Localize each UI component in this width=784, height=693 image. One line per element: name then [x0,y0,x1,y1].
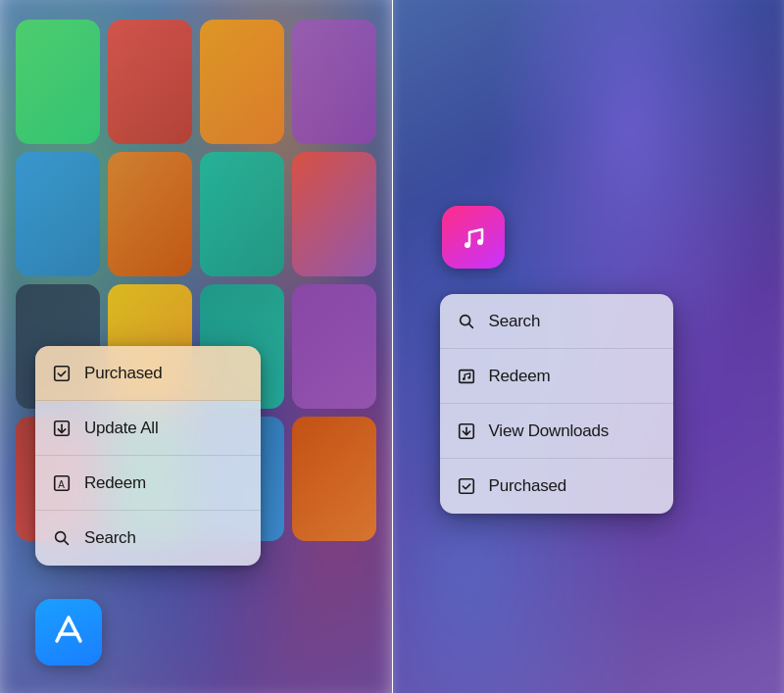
search-icon-right [456,311,477,332]
right-menu-item-redeem[interactable]: Redeem [440,349,673,404]
left-menu-item-purchased[interactable]: Purchased [35,346,261,401]
right-menu-label-search: Search [489,312,541,331]
svg-point-8 [465,242,470,248]
svg-rect-12 [459,370,473,382]
left-context-menu: Purchased Update All A Redeem [35,346,261,566]
left-menu-item-update-all[interactable]: Update All [35,401,261,456]
appstore-dock-icon[interactable] [35,599,102,666]
right-panel: Search Redeem Vie [393,0,785,693]
svg-line-6 [64,540,68,544]
right-menu-item-purchased[interactable]: Purchased [440,459,673,514]
redeem-music-icon [456,366,477,387]
left-menu-label-update-all: Update All [84,419,159,438]
right-menu-label-view-downloads: View Downloads [489,421,610,441]
right-menu-label-redeem: Redeem [489,367,551,386]
left-panel: Purchased Update All A Redeem [0,0,392,693]
left-menu-item-search[interactable]: Search [35,511,261,566]
search-icon-left [51,527,73,549]
svg-point-13 [462,377,465,380]
svg-rect-17 [459,479,473,494]
left-menu-label-search: Search [84,528,136,548]
svg-text:A: A [58,478,65,489]
left-menu-item-redeem[interactable]: A Redeem [35,456,261,511]
svg-line-11 [468,323,472,327]
right-context-menu: Search Redeem Vie [440,294,673,514]
redeem-icon: A [51,472,73,494]
svg-rect-0 [55,366,70,380]
right-menu-item-view-downloads[interactable]: View Downloads [440,404,673,459]
right-menu-item-search[interactable]: Search [440,294,673,349]
update-icon [51,418,73,439]
itunes-app-icon[interactable] [442,206,505,269]
purchased-icon-right [456,475,477,497]
left-menu-label-purchased: Purchased [84,364,162,383]
download-icon [456,421,477,442]
right-menu-label-purchased: Purchased [489,476,566,496]
svg-point-14 [467,376,470,379]
purchased-icon [51,363,73,384]
svg-point-9 [477,239,483,245]
left-menu-label-redeem: Redeem [84,473,146,493]
